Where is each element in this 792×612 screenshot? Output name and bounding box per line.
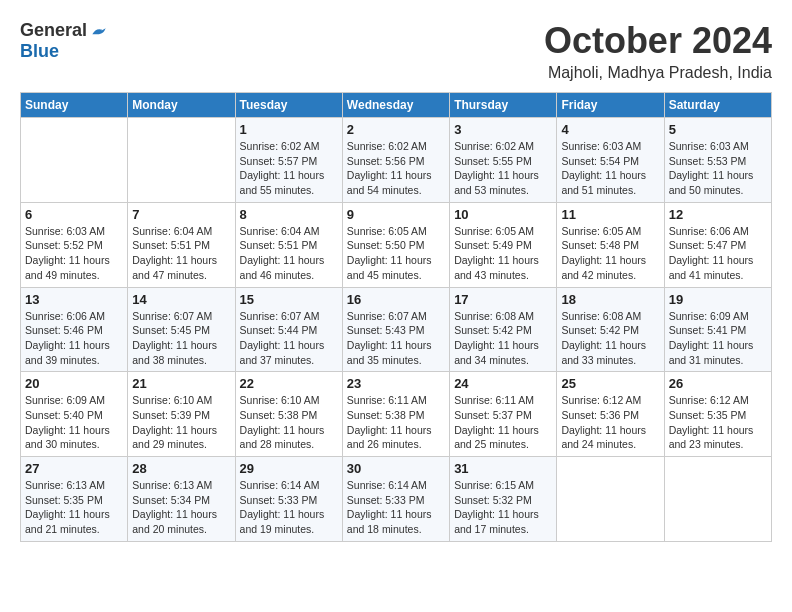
calendar-cell xyxy=(664,457,771,542)
calendar-cell: 28Sunrise: 6:13 AMSunset: 5:34 PMDayligh… xyxy=(128,457,235,542)
logo-general: General xyxy=(20,20,87,41)
calendar-week-row: 1Sunrise: 6:02 AMSunset: 5:57 PMDaylight… xyxy=(21,118,772,203)
calendar-week-row: 27Sunrise: 6:13 AMSunset: 5:35 PMDayligh… xyxy=(21,457,772,542)
day-number: 23 xyxy=(347,376,445,391)
day-info: Sunrise: 6:05 AMSunset: 5:49 PMDaylight:… xyxy=(454,224,552,283)
calendar-cell: 21Sunrise: 6:10 AMSunset: 5:39 PMDayligh… xyxy=(128,372,235,457)
day-info: Sunrise: 6:12 AMSunset: 5:36 PMDaylight:… xyxy=(561,393,659,452)
calendar-week-row: 13Sunrise: 6:06 AMSunset: 5:46 PMDayligh… xyxy=(21,287,772,372)
day-number: 30 xyxy=(347,461,445,476)
day-number: 20 xyxy=(25,376,123,391)
day-info: Sunrise: 6:02 AMSunset: 5:57 PMDaylight:… xyxy=(240,139,338,198)
location-title: Majholi, Madhya Pradesh, India xyxy=(544,64,772,82)
calendar-cell: 24Sunrise: 6:11 AMSunset: 5:37 PMDayligh… xyxy=(450,372,557,457)
weekday-header: Friday xyxy=(557,93,664,118)
calendar-cell: 9Sunrise: 6:05 AMSunset: 5:50 PMDaylight… xyxy=(342,202,449,287)
day-number: 16 xyxy=(347,292,445,307)
day-number: 4 xyxy=(561,122,659,137)
calendar-week-row: 20Sunrise: 6:09 AMSunset: 5:40 PMDayligh… xyxy=(21,372,772,457)
day-number: 9 xyxy=(347,207,445,222)
calendar-cell xyxy=(128,118,235,203)
day-info: Sunrise: 6:05 AMSunset: 5:50 PMDaylight:… xyxy=(347,224,445,283)
logo-bird-icon xyxy=(89,21,109,41)
day-info: Sunrise: 6:14 AMSunset: 5:33 PMDaylight:… xyxy=(347,478,445,537)
day-info: Sunrise: 6:02 AMSunset: 5:56 PMDaylight:… xyxy=(347,139,445,198)
calendar-cell: 10Sunrise: 6:05 AMSunset: 5:49 PMDayligh… xyxy=(450,202,557,287)
calendar-cell: 20Sunrise: 6:09 AMSunset: 5:40 PMDayligh… xyxy=(21,372,128,457)
day-info: Sunrise: 6:11 AMSunset: 5:37 PMDaylight:… xyxy=(454,393,552,452)
day-number: 1 xyxy=(240,122,338,137)
day-number: 28 xyxy=(132,461,230,476)
day-number: 15 xyxy=(240,292,338,307)
day-number: 7 xyxy=(132,207,230,222)
day-info: Sunrise: 6:14 AMSunset: 5:33 PMDaylight:… xyxy=(240,478,338,537)
day-info: Sunrise: 6:04 AMSunset: 5:51 PMDaylight:… xyxy=(240,224,338,283)
day-number: 19 xyxy=(669,292,767,307)
calendar-cell xyxy=(557,457,664,542)
logo: General Blue xyxy=(20,20,109,62)
day-number: 5 xyxy=(669,122,767,137)
day-number: 11 xyxy=(561,207,659,222)
day-info: Sunrise: 6:08 AMSunset: 5:42 PMDaylight:… xyxy=(454,309,552,368)
day-number: 29 xyxy=(240,461,338,476)
day-number: 3 xyxy=(454,122,552,137)
day-info: Sunrise: 6:06 AMSunset: 5:47 PMDaylight:… xyxy=(669,224,767,283)
day-info: Sunrise: 6:10 AMSunset: 5:39 PMDaylight:… xyxy=(132,393,230,452)
weekday-header: Sunday xyxy=(21,93,128,118)
day-info: Sunrise: 6:09 AMSunset: 5:40 PMDaylight:… xyxy=(25,393,123,452)
day-number: 21 xyxy=(132,376,230,391)
day-info: Sunrise: 6:09 AMSunset: 5:41 PMDaylight:… xyxy=(669,309,767,368)
calendar-cell: 19Sunrise: 6:09 AMSunset: 5:41 PMDayligh… xyxy=(664,287,771,372)
weekday-header: Thursday xyxy=(450,93,557,118)
day-info: Sunrise: 6:07 AMSunset: 5:45 PMDaylight:… xyxy=(132,309,230,368)
calendar-cell: 3Sunrise: 6:02 AMSunset: 5:55 PMDaylight… xyxy=(450,118,557,203)
calendar-cell: 2Sunrise: 6:02 AMSunset: 5:56 PMDaylight… xyxy=(342,118,449,203)
day-number: 26 xyxy=(669,376,767,391)
day-info: Sunrise: 6:06 AMSunset: 5:46 PMDaylight:… xyxy=(25,309,123,368)
day-number: 14 xyxy=(132,292,230,307)
calendar-cell: 22Sunrise: 6:10 AMSunset: 5:38 PMDayligh… xyxy=(235,372,342,457)
month-title: October 2024 xyxy=(544,20,772,62)
day-info: Sunrise: 6:10 AMSunset: 5:38 PMDaylight:… xyxy=(240,393,338,452)
calendar-cell: 6Sunrise: 6:03 AMSunset: 5:52 PMDaylight… xyxy=(21,202,128,287)
calendar-cell: 27Sunrise: 6:13 AMSunset: 5:35 PMDayligh… xyxy=(21,457,128,542)
day-info: Sunrise: 6:07 AMSunset: 5:43 PMDaylight:… xyxy=(347,309,445,368)
calendar-cell: 15Sunrise: 6:07 AMSunset: 5:44 PMDayligh… xyxy=(235,287,342,372)
day-info: Sunrise: 6:13 AMSunset: 5:35 PMDaylight:… xyxy=(25,478,123,537)
weekday-header: Tuesday xyxy=(235,93,342,118)
weekday-header: Wednesday xyxy=(342,93,449,118)
calendar-table: SundayMondayTuesdayWednesdayThursdayFrid… xyxy=(20,92,772,542)
calendar-cell: 14Sunrise: 6:07 AMSunset: 5:45 PMDayligh… xyxy=(128,287,235,372)
day-info: Sunrise: 6:07 AMSunset: 5:44 PMDaylight:… xyxy=(240,309,338,368)
calendar-cell: 29Sunrise: 6:14 AMSunset: 5:33 PMDayligh… xyxy=(235,457,342,542)
calendar-cell: 25Sunrise: 6:12 AMSunset: 5:36 PMDayligh… xyxy=(557,372,664,457)
day-number: 25 xyxy=(561,376,659,391)
calendar-cell: 12Sunrise: 6:06 AMSunset: 5:47 PMDayligh… xyxy=(664,202,771,287)
calendar-header-row: SundayMondayTuesdayWednesdayThursdayFrid… xyxy=(21,93,772,118)
calendar-cell: 30Sunrise: 6:14 AMSunset: 5:33 PMDayligh… xyxy=(342,457,449,542)
calendar-cell: 11Sunrise: 6:05 AMSunset: 5:48 PMDayligh… xyxy=(557,202,664,287)
day-number: 2 xyxy=(347,122,445,137)
day-number: 6 xyxy=(25,207,123,222)
calendar-cell xyxy=(21,118,128,203)
day-number: 24 xyxy=(454,376,552,391)
day-number: 17 xyxy=(454,292,552,307)
day-info: Sunrise: 6:08 AMSunset: 5:42 PMDaylight:… xyxy=(561,309,659,368)
calendar-cell: 17Sunrise: 6:08 AMSunset: 5:42 PMDayligh… xyxy=(450,287,557,372)
calendar-cell: 1Sunrise: 6:02 AMSunset: 5:57 PMDaylight… xyxy=(235,118,342,203)
day-number: 27 xyxy=(25,461,123,476)
calendar-cell: 16Sunrise: 6:07 AMSunset: 5:43 PMDayligh… xyxy=(342,287,449,372)
day-number: 12 xyxy=(669,207,767,222)
day-number: 31 xyxy=(454,461,552,476)
day-number: 13 xyxy=(25,292,123,307)
title-block: October 2024 Majholi, Madhya Pradesh, In… xyxy=(544,20,772,82)
calendar-cell: 31Sunrise: 6:15 AMSunset: 5:32 PMDayligh… xyxy=(450,457,557,542)
calendar-cell: 23Sunrise: 6:11 AMSunset: 5:38 PMDayligh… xyxy=(342,372,449,457)
page-header: General Blue October 2024 Majholi, Madhy… xyxy=(20,20,772,82)
calendar-week-row: 6Sunrise: 6:03 AMSunset: 5:52 PMDaylight… xyxy=(21,202,772,287)
logo-blue: Blue xyxy=(20,41,59,62)
day-info: Sunrise: 6:11 AMSunset: 5:38 PMDaylight:… xyxy=(347,393,445,452)
calendar-cell: 5Sunrise: 6:03 AMSunset: 5:53 PMDaylight… xyxy=(664,118,771,203)
calendar-cell: 18Sunrise: 6:08 AMSunset: 5:42 PMDayligh… xyxy=(557,287,664,372)
day-info: Sunrise: 6:03 AMSunset: 5:53 PMDaylight:… xyxy=(669,139,767,198)
